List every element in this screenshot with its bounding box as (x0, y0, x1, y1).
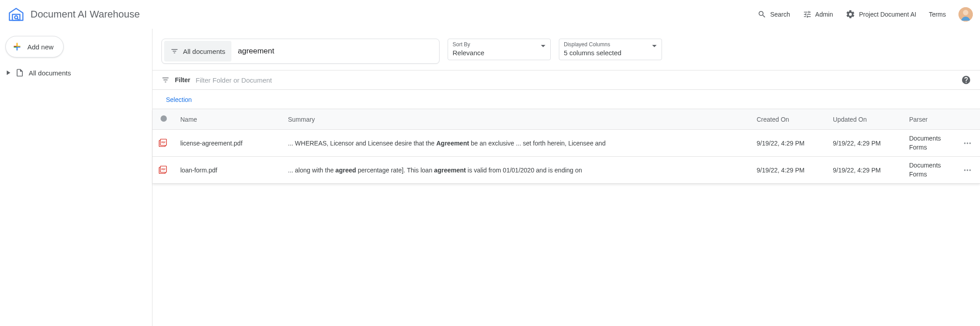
svg-point-10 (969, 142, 971, 144)
add-new-button[interactable]: Add new (5, 36, 64, 57)
displayed-columns-dropdown[interactable]: Displayed Columns 5 columns selected (559, 39, 662, 60)
filter-label: Filter (175, 76, 190, 84)
col-header-created[interactable]: Created On (751, 109, 828, 130)
pdf-icon: PDF (158, 165, 170, 175)
sort-by-value: Relevance (453, 48, 546, 58)
row-summary: ... along with the agreed percentage rat… (283, 157, 751, 184)
svg-text:PDF: PDF (161, 141, 166, 144)
search-input[interactable] (238, 47, 437, 56)
svg-text:PDF: PDF (161, 168, 166, 171)
header-terms-label: Terms (929, 11, 946, 18)
header-project-label: Project Document AI (859, 11, 916, 18)
row-summary: ... WHEREAS, Licensor and Licensee desir… (283, 130, 751, 157)
header-actions: Search Admin Project Document AI Terms (758, 7, 973, 22)
col-header-summary[interactable]: Summary (283, 109, 751, 130)
header-admin-label: Admin (815, 11, 833, 18)
caret-down-icon (540, 44, 546, 49)
app-header: Document AI Warehouse Search Admin Proje… (0, 0, 980, 29)
displayed-columns-label: Displayed Columns (564, 41, 657, 48)
col-header-parser[interactable]: Parser (904, 109, 958, 130)
results-table: Name Summary Created On Updated On Parse… (152, 109, 980, 184)
help-icon[interactable] (961, 75, 971, 85)
logo-wrap: Document AI Warehouse (7, 5, 140, 23)
filter-list-icon (170, 47, 179, 55)
header-admin-link[interactable]: Admin (803, 10, 833, 19)
table-row[interactable]: PDF loan-form.pdf ... along with the agr… (152, 157, 980, 184)
row-parser: DocumentsForms (904, 157, 958, 184)
sort-by-dropdown[interactable]: Sort By Relevance (448, 39, 551, 60)
select-all-header[interactable] (152, 109, 175, 130)
row-name: license-agreement.pdf (180, 140, 243, 147)
sidebar-item-all-documents[interactable]: All documents (4, 66, 148, 80)
header-terms-link[interactable]: Terms (929, 11, 946, 18)
tune-icon (803, 10, 812, 19)
svg-point-8 (964, 142, 966, 144)
svg-point-16 (969, 169, 971, 171)
sidebar: Add new All documents (0, 29, 152, 326)
svg-point-1 (15, 16, 18, 19)
tab-selection[interactable]: Selection (166, 96, 192, 109)
pdf-icon: PDF (158, 138, 170, 148)
filter-input[interactable] (196, 76, 956, 84)
document-icon (15, 68, 24, 77)
app-title: Document AI Warehouse (30, 9, 140, 20)
row-updated: 9/19/22, 4:29 PM (828, 130, 904, 157)
row-name: loan-form.pdf (180, 167, 217, 174)
header-project-link[interactable]: Project Document AI (845, 9, 916, 19)
table-row[interactable]: PDF license-agreement.pdf ... WHEREAS, L… (152, 130, 980, 157)
filter-bar: Filter (152, 70, 980, 90)
row-menu-button[interactable] (958, 130, 980, 157)
warehouse-logo-icon (7, 5, 25, 23)
add-new-label: Add new (27, 43, 53, 51)
svg-point-4 (963, 10, 968, 15)
scope-chip-label: All documents (183, 48, 225, 55)
row-updated: 9/19/22, 4:29 PM (828, 157, 904, 184)
user-avatar[interactable] (958, 7, 973, 22)
col-header-updated[interactable]: Updated On (828, 109, 904, 130)
caret-right-icon (6, 70, 11, 75)
row-parser: DocumentsForms (904, 130, 958, 157)
table-header-row: Name Summary Created On Updated On Parse… (152, 109, 980, 130)
svg-point-9 (967, 142, 968, 144)
filter-icon (161, 76, 170, 84)
displayed-columns-value: 5 columns selected (564, 48, 657, 58)
main-pane: All documents Sort By Relevance Displaye… (152, 29, 980, 326)
caret-down-icon (652, 44, 657, 49)
scope-chip[interactable]: All documents (164, 41, 231, 62)
plus-icon (12, 42, 22, 52)
sidebar-all-documents-label: All documents (29, 69, 71, 77)
row-menu-button[interactable] (958, 157, 980, 184)
search-box: All documents (161, 39, 440, 64)
gear-icon (845, 9, 855, 19)
row-created: 9/19/22, 4:29 PM (751, 157, 828, 184)
row-created: 9/19/22, 4:29 PM (751, 130, 828, 157)
search-icon (758, 10, 767, 19)
col-header-name[interactable]: Name (175, 109, 283, 130)
header-search-link[interactable]: Search (758, 10, 790, 19)
search-row: All documents Sort By Relevance Displaye… (152, 29, 980, 70)
tabs: Selection (152, 90, 980, 109)
select-dot-icon (161, 115, 167, 122)
svg-point-14 (964, 169, 966, 171)
svg-point-15 (967, 169, 968, 171)
header-search-label: Search (770, 11, 790, 18)
sort-by-label: Sort By (453, 41, 546, 48)
